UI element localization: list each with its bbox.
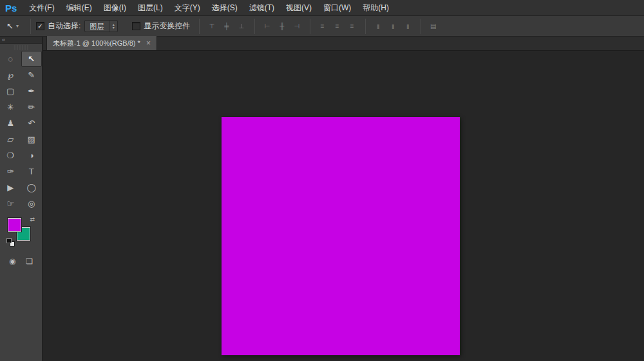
quick-selection-icon: ✎ <box>28 70 35 80</box>
pen-tool[interactable]: ✑ <box>0 163 21 180</box>
lasso-tool[interactable]: ℘ <box>0 67 21 83</box>
photoshop-window: Ps 文件(F) 编辑(E) 图像(I) 图层(L) 文字(Y) 选择(S) 滤… <box>0 0 644 361</box>
switch-colors-icon[interactable]: ⇄ <box>30 217 35 223</box>
color-swatches: ⇄ <box>6 217 35 246</box>
gradient-icon: ▨ <box>28 134 35 144</box>
brush-icon: ✏ <box>28 102 35 112</box>
panel-drag-grip[interactable] <box>14 45 28 50</box>
quick-selection-tool[interactable]: ✎ <box>21 67 43 83</box>
separator <box>199 19 200 34</box>
menu-bar: Ps 文件(F) 编辑(E) 图像(I) 图层(L) 文字(Y) 选择(S) 滤… <box>0 0 644 16</box>
panel-collapse-button[interactable]: « <box>0 37 42 44</box>
crop-icon: ▢ <box>6 86 14 96</box>
hand-icon: ☞ <box>6 199 14 208</box>
clone-stamp-tool[interactable]: ♟ <box>0 115 21 131</box>
photoshop-logo: Ps <box>0 3 23 14</box>
ellipse-shape-tool[interactable]: ◯ <box>21 180 43 196</box>
move-tool-icon: ↖ <box>6 21 14 31</box>
menu-item-select[interactable]: 选择(S) <box>206 0 243 15</box>
elliptical-marquee-tool[interactable]: ◌ <box>0 51 21 67</box>
auto-select-label: 自动选择: <box>48 21 80 32</box>
separator <box>30 19 31 34</box>
marquee-icon: ◌ <box>8 54 13 64</box>
pen-icon: ✑ <box>7 167 14 176</box>
type-tool[interactable]: T <box>21 163 43 180</box>
clone-stamp-icon: ♟ <box>6 118 14 128</box>
tool-options-bar: ↖ ▾ ✓ 自动选择: 图层 ▴ ▾ 显示变换控件 ⊤ ╪ ⊥ ⊢ ╫ ⊣ ≡ … <box>0 16 644 37</box>
brush-tool[interactable]: ✏ <box>21 99 43 115</box>
menu-item-window[interactable]: 窗口(W) <box>317 0 357 15</box>
close-icon[interactable]: × <box>146 39 151 47</box>
default-colors-icon[interactable] <box>6 238 15 246</box>
dodge-tool[interactable]: ◑ <box>21 147 43 163</box>
separator <box>254 19 255 34</box>
menu-item-file[interactable]: 文件(F) <box>23 0 60 15</box>
menu-item-view[interactable]: 视图(V) <box>280 0 317 15</box>
lasso-icon: ℘ <box>8 70 14 80</box>
auto-select-target-value: 图层 <box>85 21 109 32</box>
eraser-icon: ▱ <box>7 134 14 144</box>
menu-item-help[interactable]: 帮助(H) <box>357 0 395 15</box>
menu-item-type[interactable]: 文字(Y) <box>169 0 206 15</box>
auto-align-layers-button[interactable]: ▤ <box>426 20 440 32</box>
crop-tool[interactable]: ▢ <box>0 83 21 99</box>
eyedropper-tool[interactable]: ✒ <box>21 83 43 99</box>
zoom-tool[interactable]: ◎ <box>21 196 43 212</box>
panel-bottom-icons: ◉ ❏ <box>0 257 42 266</box>
path-selection-tool[interactable]: ▶ <box>0 180 21 196</box>
menu-item-edit[interactable]: 编辑(E) <box>61 0 98 15</box>
show-transform-checkbox[interactable] <box>132 22 140 30</box>
chevron-down-icon: ▾ <box>16 23 19 29</box>
history-brush-tool[interactable]: ↶ <box>21 115 43 131</box>
blur-icon: ❍ <box>6 151 14 160</box>
align-right-edges-button[interactable]: ⊣ <box>290 20 303 32</box>
distribute-left-edges-button[interactable]: ||| <box>371 20 384 32</box>
tools-panel: « ◌ ↖ ℘ ✎ ▢ ✒ ✳ ✏ ♟ ↶ ▱ ▨ ❍ ◑ ✑ T ▶ ◯ ☞ … <box>0 37 43 361</box>
menu-item-filter[interactable]: 滤镜(T) <box>243 0 280 15</box>
move-tool[interactable]: ↖ <box>21 51 43 67</box>
blur-tool[interactable]: ❍ <box>0 147 21 163</box>
distribute-bottom-edges-button[interactable]: ≡ <box>345 20 359 32</box>
tool-preset-picker[interactable]: ↖ ▾ <box>6 21 19 31</box>
path-selection-icon: ▶ <box>7 183 14 192</box>
spot-healing-brush-tool[interactable]: ✳ <box>0 99 21 115</box>
menu-item-image[interactable]: 图像(I) <box>98 0 132 15</box>
spinner-arrows-icon: ▴ ▾ <box>109 21 117 32</box>
gradient-tool[interactable]: ▨ <box>21 131 43 147</box>
align-left-edges-button[interactable]: ⊢ <box>260 20 274 32</box>
align-bottom-edges-button[interactable]: ⊥ <box>234 20 248 32</box>
distribute-right-edges-button[interactable]: ||| <box>401 20 414 32</box>
document-tab[interactable]: 未标题-1 @ 100%(RGB/8) * × <box>46 36 157 50</box>
auto-select-target-dropdown[interactable]: 图层 ▴ ▾ <box>84 20 118 32</box>
tools-grid: ◌ ↖ ℘ ✎ ▢ ✒ ✳ ✏ ♟ ↶ ▱ ▨ ❍ ◑ ✑ T ▶ ◯ ☞ ◎ <box>0 51 42 212</box>
document-tab-bar: 未标题-1 @ 100%(RGB/8) * × <box>43 37 644 51</box>
zoom-icon: ◎ <box>28 199 35 208</box>
distribute-horizontal-centers-button[interactable]: ||| <box>386 20 399 32</box>
menu-item-layer[interactable]: 图层(L) <box>132 0 169 15</box>
separator <box>365 19 366 34</box>
eyedropper-icon: ✒ <box>28 86 35 96</box>
eraser-tool[interactable]: ▱ <box>0 131 21 147</box>
align-vertical-centers-button[interactable]: ╪ <box>220 20 233 32</box>
document-tab-title: 未标题-1 @ 100%(RGB/8) * <box>53 39 140 48</box>
type-icon: T <box>29 167 34 176</box>
show-transform-label: 显示变换控件 <box>144 21 190 32</box>
quick-mask-icon[interactable]: ◉ <box>9 257 15 266</box>
canvas-area[interactable] <box>43 51 644 361</box>
history-brush-icon: ↶ <box>28 118 35 128</box>
dodge-icon: ◑ <box>29 151 34 160</box>
move-icon: ↖ <box>28 54 35 64</box>
foreground-color-swatch[interactable] <box>8 218 21 232</box>
screen-mode-icon[interactable]: ❏ <box>26 257 33 266</box>
align-top-edges-button[interactable]: ⊤ <box>205 20 218 32</box>
distribute-top-edges-button[interactable]: ≡ <box>316 20 329 32</box>
auto-select-checkbox[interactable]: ✓ <box>36 22 44 30</box>
align-horizontal-centers-button[interactable]: ╫ <box>275 20 289 32</box>
document-canvas[interactable] <box>222 117 460 355</box>
distribute-vertical-centers-button[interactable]: ≡ <box>330 20 344 32</box>
shape-icon: ◯ <box>26 183 36 192</box>
separator <box>310 19 310 34</box>
healing-brush-icon: ✳ <box>7 102 14 112</box>
hand-tool[interactable]: ☞ <box>0 196 21 212</box>
separator <box>421 19 421 34</box>
